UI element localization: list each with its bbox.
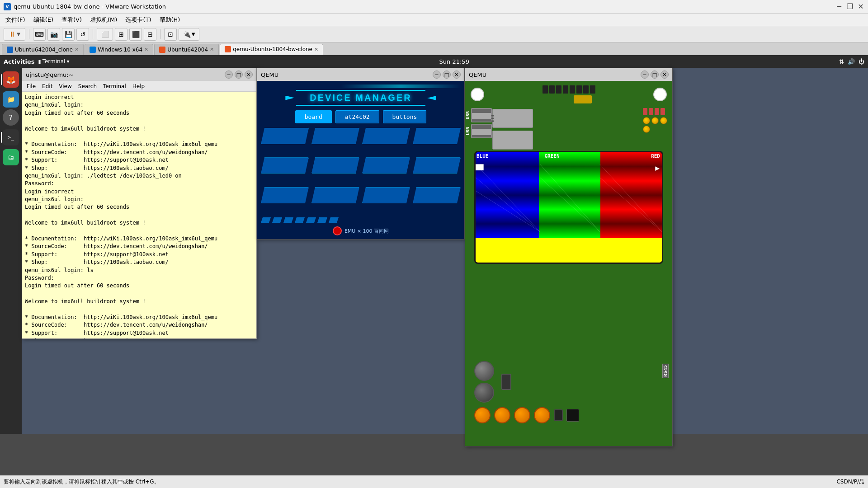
menu-help[interactable]: 帮助(H) [156, 15, 184, 25]
qemu2-minimize[interactable]: ─ [641, 70, 649, 79]
unity-btn[interactable]: ⊞ [115, 28, 127, 41]
sidebar-files2[interactable]: 🗂 [3, 149, 19, 165]
term-line-26: Welcome to imx6ull buildroot system ! [25, 298, 254, 305]
qemu2-close[interactable]: ✕ [660, 70, 669, 79]
terminal-minimize[interactable]: ─ [225, 70, 233, 79]
btn-orange-2[interactable] [494, 407, 510, 423]
sidebar-firefox[interactable]: 🦊 [3, 71, 19, 88]
dm-cell-0 [261, 128, 309, 144]
zoom2-btn[interactable]: ⊟ [144, 28, 156, 41]
activities-button[interactable]: Activities [4, 58, 35, 65]
restore-button[interactable]: ❐ [846, 3, 854, 10]
console-btn[interactable]: ⊡ [164, 28, 177, 41]
term-line-11: Password: [25, 180, 254, 188]
menu-view[interactable]: 查看(V) [58, 15, 85, 25]
terminal-body[interactable]: Login incorrect qemu_imx6ul login: Login… [22, 92, 256, 338]
rs485-area: RS45 [662, 364, 669, 378]
tab-qemu-active[interactable]: qemu-Ubuntu-1804-bw-clone ✕ [220, 44, 323, 55]
term-line-28: * Documentation: http://wiKi.100ask.org/… [25, 314, 254, 321]
term-menu-search[interactable]: Search [75, 83, 99, 90]
menu-file[interactable]: 文件(F) [2, 15, 29, 25]
toolbar-sep3 [160, 29, 160, 39]
resistor-row-1 [643, 108, 668, 115]
toggle-switch[interactable] [501, 374, 511, 390]
tab-close-2[interactable]: ✕ [210, 47, 214, 52]
term-menu-help[interactable]: Help [130, 83, 147, 90]
send-keys-btn[interactable]: ⌨ [33, 28, 46, 41]
term-line-8: * Support: https://support@100ask.net [25, 156, 254, 164]
usb-label-1: USB [466, 111, 470, 119]
ubuntu-sidebar: 🦊 📁 ? >_ 🗂 [0, 68, 22, 434]
minimize-button[interactable]: ─ [835, 3, 843, 10]
usb-2: USB [466, 124, 492, 138]
res-3 [655, 108, 659, 115]
term-menu-view[interactable]: View [56, 83, 74, 90]
terminal-close[interactable]: ✕ [245, 70, 253, 79]
tab-icon-2 [159, 47, 165, 53]
knob-set [474, 361, 494, 403]
dm-cell-7 [413, 157, 461, 174]
tab-ubuntu642004-clone[interactable]: Ubuntu642004_clone ✕ [2, 44, 84, 55]
windows-area: ujnstu@qemu:~ ─ □ ✕ File Edit View Searc… [22, 68, 868, 434]
qemu2-maximize[interactable]: □ [651, 70, 659, 79]
usb-btn[interactable]: 🔌▼ [179, 28, 199, 41]
chip-1 [549, 85, 555, 94]
term-line-13: qemu_imx6ul login: [25, 196, 254, 203]
power-icon[interactable]: ⏻ [859, 58, 864, 65]
vmware-tabs: Ubuntu642004_clone ✕ Windows 10 x64 ✕ Ub… [0, 42, 868, 55]
qemu1-close[interactable]: ✕ [453, 70, 461, 79]
term-menu-terminal[interactable]: Terminal [100, 83, 129, 90]
dm-tab-buttons[interactable]: buttons [383, 110, 427, 123]
btn-orange-3[interactable] [514, 407, 530, 423]
menu-vm[interactable]: 虚拟机(M) [86, 15, 121, 25]
volume-icon[interactable]: 🔊 [848, 58, 855, 65]
term-line-18: * Documentation: http://wiKi.100ask.org/… [25, 235, 254, 243]
close-button[interactable]: ✕ [857, 3, 864, 10]
terminal-maximize[interactable]: □ [235, 70, 243, 79]
btn-orange-4[interactable] [534, 407, 550, 423]
restore-snap-btn[interactable]: ↺ [76, 28, 89, 41]
tab-windows10[interactable]: Windows 10 x64 ✕ [85, 44, 153, 55]
tab-close-0[interactable]: ✕ [75, 47, 79, 52]
black-switch[interactable] [554, 409, 563, 421]
power-btn[interactable]: ⏸ ▼ [4, 28, 25, 41]
terminal-titlebar[interactable]: ujnstu@qemu:~ ─ □ ✕ [22, 68, 256, 81]
sidebar-help[interactable]: ? [3, 109, 19, 126]
network-icon[interactable]: ⇅ [839, 58, 844, 65]
btn-orange-1[interactable] [474, 407, 491, 423]
full-screen-btn[interactable]: ⬜ [97, 28, 113, 41]
dm-cell-1 [311, 128, 359, 144]
chip-led-4 [643, 126, 650, 133]
chip-3 [563, 85, 568, 94]
qemu1-minimize[interactable]: ─ [433, 70, 441, 79]
term-menu-edit[interactable]: Edit [39, 83, 55, 90]
tab-close-3[interactable]: ✕ [314, 47, 318, 52]
screenshot-btn[interactable]: 📷 [47, 28, 60, 41]
qemu1-maximize[interactable]: □ [443, 70, 451, 79]
qemu1-titlebar[interactable]: QEMU ─ □ ✕ [257, 68, 464, 81]
rs485-label: RS45 [662, 364, 669, 378]
tab-ubuntu642004[interactable]: Ubuntu642004 ✕ [154, 44, 219, 55]
snapshot-btn[interactable]: 💾 [62, 28, 75, 41]
knob-2[interactable] [474, 383, 494, 403]
sidebar-files[interactable]: 📁 [3, 91, 19, 108]
dm-cell-9 [311, 187, 359, 203]
term-menu-file[interactable]: File [24, 83, 38, 90]
knob-1[interactable] [474, 361, 494, 381]
menu-edit[interactable]: 编辑(E) [30, 15, 57, 25]
tab-close-1[interactable]: ✕ [144, 47, 148, 52]
folder-icon: 🗂 [8, 154, 14, 161]
chip-2 [556, 85, 561, 94]
terminal-menubar: File Edit View Search Terminal Help [22, 81, 256, 92]
device-manager: DEVICE MANAGER board at24c02 buttons [257, 81, 464, 239]
menu-tabs[interactable]: 选项卡(T) [122, 15, 155, 25]
term-line-9: * Shop: https://100ask.taobao.com/ [25, 164, 254, 172]
qemu2-titlebar[interactable]: QEMU ─ □ ✕ [465, 68, 672, 81]
term-line-25 [25, 290, 254, 298]
color-bar-green [539, 152, 600, 238]
terminal-button[interactable]: ▮ Terminal ▾ [38, 58, 70, 65]
sidebar-terminal[interactable]: >_ [3, 129, 19, 145]
dm-tab-board[interactable]: board [295, 110, 332, 123]
dm-tab-at24c02[interactable]: at24c02 [335, 110, 379, 123]
zoom-btn[interactable]: ⬛ [129, 28, 142, 41]
